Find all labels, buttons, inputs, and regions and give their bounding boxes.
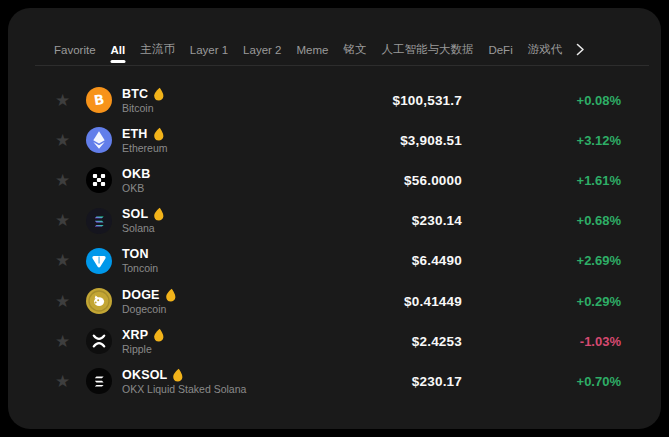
market-list-card: Favorite All 主流币 Layer 1 Layer 2 Meme 铭文… bbox=[8, 8, 661, 429]
table-row[interactable]: ★ OKSOL OKX Liquid Staked Solana $230.17… bbox=[8, 361, 661, 401]
coin-list: ★ B BTC Bitcoin $100,531.7 +0.08% ★ ETH … bbox=[8, 66, 661, 402]
coin-fullname: OKB bbox=[122, 182, 150, 194]
table-row[interactable]: ★ DOGE Dogecoin $0.41449 +0.29% bbox=[8, 281, 661, 321]
tab-游戏代[interactable]: 游戏代 bbox=[527, 42, 564, 65]
okb-coin-icon bbox=[86, 167, 112, 193]
tab-label: Meme bbox=[296, 44, 328, 56]
coin-price: $2.4253 bbox=[165, 334, 462, 349]
coin-symbol: OKSOL bbox=[122, 368, 167, 382]
coin-fullname: Bitcoin bbox=[122, 102, 165, 114]
coin-change: +3.12% bbox=[511, 133, 621, 148]
coin-change: +0.29% bbox=[511, 294, 621, 309]
tab-铭文[interactable]: 铭文 bbox=[342, 42, 367, 65]
coin-symbol: XRP bbox=[122, 328, 148, 342]
coin-change: +0.08% bbox=[511, 93, 621, 108]
tab-label: 主流币 bbox=[140, 43, 175, 55]
hot-flame-icon bbox=[153, 207, 166, 222]
coin-change: +1.61% bbox=[511, 173, 621, 188]
table-row[interactable]: ★ TON Toncoin $6.4490 +2.69% bbox=[8, 241, 661, 281]
tab-meme[interactable]: Meme bbox=[295, 44, 329, 64]
table-row[interactable]: ★ SOL Solana $230.14 +0.68% bbox=[8, 201, 661, 241]
tab-主流币[interactable]: 主流币 bbox=[139, 42, 176, 65]
doge-coin-icon bbox=[86, 288, 112, 314]
xrp-coin-icon bbox=[86, 328, 112, 354]
table-row[interactable]: ★ OKB OKB $56.0000 +1.61% bbox=[8, 160, 661, 200]
coin-symbol: ETH bbox=[122, 127, 148, 141]
favorite-star-icon[interactable]: ★ bbox=[55, 373, 73, 390]
tab-all[interactable]: All bbox=[110, 44, 127, 64]
coin-change: +0.68% bbox=[511, 213, 621, 228]
hot-flame-icon bbox=[153, 86, 166, 101]
favorite-star-icon[interactable]: ★ bbox=[55, 293, 73, 310]
favorite-star-icon[interactable]: ★ bbox=[55, 172, 73, 189]
oksol-coin-icon bbox=[86, 368, 112, 394]
coin-symbol: TON bbox=[122, 247, 149, 261]
tab-label: All bbox=[111, 44, 126, 56]
tab-label: Layer 2 bbox=[243, 44, 281, 56]
tab-label: 人工智能与大数据 bbox=[381, 43, 473, 55]
tab-label: Favorite bbox=[54, 44, 96, 56]
tab-defi[interactable]: DeFi bbox=[487, 44, 513, 64]
tab-label: DeFi bbox=[488, 44, 512, 56]
tabs-overflow-chevron-icon[interactable] bbox=[576, 43, 585, 64]
hot-flame-icon bbox=[152, 126, 165, 141]
hot-flame-icon bbox=[172, 367, 185, 382]
tab-favorite[interactable]: Favorite bbox=[53, 44, 97, 64]
table-row[interactable]: ★ ETH Ethereum $3,908.51 +3.12% bbox=[8, 120, 661, 160]
coin-symbol: DOGE bbox=[122, 288, 160, 302]
favorite-star-icon[interactable]: ★ bbox=[55, 333, 73, 350]
favorite-star-icon[interactable]: ★ bbox=[55, 212, 73, 229]
coin-price: $6.4490 bbox=[158, 253, 462, 268]
coin-fullname: Solana bbox=[122, 222, 165, 234]
hot-flame-icon bbox=[153, 327, 166, 342]
btc-coin-icon: B bbox=[86, 87, 112, 113]
sol-coin-icon bbox=[86, 208, 112, 234]
tab-bar: Favorite All 主流币 Layer 1 Layer 2 Meme 铭文… bbox=[8, 8, 661, 65]
coin-fullname: Ethereum bbox=[122, 142, 168, 154]
coin-change: +2.69% bbox=[511, 253, 621, 268]
coin-symbol: OKB bbox=[122, 167, 150, 181]
favorite-star-icon[interactable]: ★ bbox=[55, 252, 73, 269]
eth-coin-icon bbox=[86, 127, 112, 153]
table-row[interactable]: ★ XRP Ripple $2.4253 -1.03% bbox=[8, 321, 661, 361]
coin-symbol: SOL bbox=[122, 207, 148, 221]
coin-price: $230.17 bbox=[246, 374, 462, 389]
tab-layer-2[interactable]: Layer 2 bbox=[242, 44, 282, 64]
coin-fullname: OKX Liquid Staked Solana bbox=[122, 383, 246, 395]
favorite-star-icon[interactable]: ★ bbox=[55, 132, 73, 149]
hot-flame-icon bbox=[164, 287, 177, 302]
coin-fullname: Dogecoin bbox=[122, 303, 177, 315]
table-row[interactable]: ★ B BTC Bitcoin $100,531.7 +0.08% bbox=[8, 80, 661, 120]
tab-layer-1[interactable]: Layer 1 bbox=[189, 44, 229, 64]
favorite-star-icon[interactable]: ★ bbox=[55, 92, 73, 109]
tab-label: 游戏代 bbox=[528, 43, 563, 55]
coin-fullname: Toncoin bbox=[122, 262, 158, 274]
coin-price: $100,531.7 bbox=[165, 93, 462, 108]
ton-coin-icon bbox=[86, 248, 112, 274]
tab-人工智能与大数据[interactable]: 人工智能与大数据 bbox=[380, 42, 474, 65]
coin-price: $3,908.51 bbox=[168, 133, 462, 148]
tab-label: Layer 1 bbox=[190, 44, 228, 56]
coin-price: $56.0000 bbox=[150, 173, 462, 188]
coin-price: $0.41449 bbox=[177, 294, 462, 309]
coin-symbol: BTC bbox=[122, 87, 148, 101]
tab-label: 铭文 bbox=[343, 43, 366, 55]
coin-price: $230.14 bbox=[165, 213, 462, 228]
coin-fullname: Ripple bbox=[122, 343, 165, 355]
coin-change: +0.70% bbox=[511, 374, 621, 389]
coin-change: -1.03% bbox=[511, 334, 621, 349]
